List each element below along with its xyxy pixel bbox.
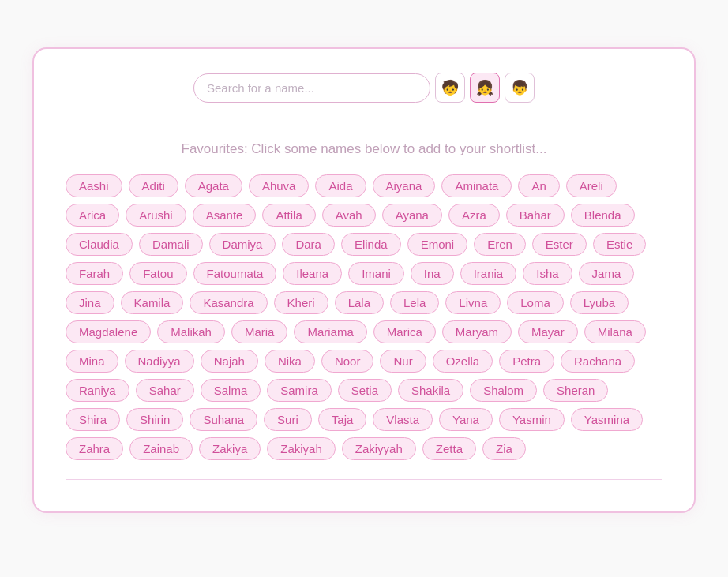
gender-neutral-icon-btn[interactable]: 🧒 (435, 73, 465, 103)
name-tag[interactable]: Isha (523, 262, 572, 285)
name-tag[interactable]: Yasmina (571, 408, 643, 431)
name-tag[interactable]: Yasmin (499, 408, 565, 431)
name-tag[interactable]: Magdalene (66, 320, 151, 343)
name-tag[interactable]: Mariama (294, 320, 366, 343)
name-tag[interactable]: Shirin (126, 408, 183, 431)
name-tag[interactable]: Lala (335, 291, 384, 314)
name-tag[interactable]: Attila (262, 204, 315, 227)
name-tag[interactable]: Suri (264, 408, 312, 431)
name-tag[interactable]: Nur (380, 350, 426, 373)
name-tag[interactable]: Jama (579, 262, 635, 285)
name-tag[interactable]: Aminata (441, 174, 512, 197)
name-tag[interactable]: Setia (338, 379, 392, 402)
name-tag[interactable]: Damiya (209, 233, 276, 256)
name-tag[interactable]: Zakiyah (267, 437, 336, 460)
name-tag[interactable]: Avah (322, 204, 376, 227)
name-tag[interactable]: Emoni (407, 233, 468, 256)
name-tag[interactable]: Salma (201, 379, 261, 402)
name-tag[interactable]: Milana (584, 320, 646, 343)
name-tag[interactable]: Sahar (136, 379, 194, 402)
name-tag[interactable]: Nadiyya (125, 350, 194, 373)
name-tag[interactable]: Kheri (274, 291, 328, 314)
name-tag[interactable]: Arica (66, 204, 119, 227)
name-tag[interactable]: Maryam (442, 320, 512, 343)
name-tag[interactable]: Noor (321, 350, 374, 373)
name-tag[interactable]: Shira (66, 408, 120, 431)
name-tag[interactable]: Farah (66, 262, 123, 285)
name-tag[interactable]: Zainab (129, 437, 193, 460)
name-tag[interactable]: Dara (282, 233, 335, 256)
name-tag[interactable]: Irania (460, 262, 517, 285)
name-tag[interactable]: Zakiya (199, 437, 261, 460)
name-tag[interactable]: Fatou (129, 262, 186, 285)
name-tag[interactable]: Livna (445, 291, 501, 314)
name-tag[interactable]: Najah (201, 350, 258, 373)
name-tag[interactable]: Aida (315, 174, 366, 197)
name-tag[interactable]: Jina (66, 291, 114, 314)
name-tag[interactable]: Shakila (398, 379, 463, 402)
name-tag[interactable]: Vlasta (373, 408, 433, 431)
name-tag[interactable]: Petra (499, 350, 554, 373)
name-tag[interactable]: Lyuba (570, 291, 629, 314)
girl-icon-btn[interactable]: 👧 (470, 73, 500, 103)
boy-icon-btn[interactable]: 👦 (505, 73, 535, 103)
name-tag[interactable]: Agata (185, 174, 242, 197)
main-card: 🧒 👧 👦 Favourites: Click some names below… (32, 47, 696, 513)
name-tag[interactable]: Estie (593, 233, 646, 256)
name-tag[interactable]: Ileana (283, 262, 342, 285)
name-tag[interactable]: Kamila (121, 291, 184, 314)
name-tag[interactable]: Zetta (422, 437, 476, 460)
name-tag[interactable]: Bahar (506, 204, 565, 227)
name-tag[interactable]: Rachana (561, 350, 635, 373)
name-tag[interactable]: Raniya (66, 379, 129, 402)
name-tag[interactable]: Ester (532, 233, 587, 256)
favourites-text: Favourites: Click some names below to ad… (66, 141, 662, 157)
search-row: 🧒 👧 👦 (66, 73, 662, 103)
name-tag[interactable]: Nika (265, 350, 315, 373)
name-tag[interactable]: Arushi (126, 204, 186, 227)
name-tag[interactable]: Zia (482, 437, 526, 460)
name-tag[interactable]: Ozella (433, 350, 493, 373)
name-tag[interactable]: Asante (193, 204, 257, 227)
search-input[interactable] (193, 73, 430, 103)
top-divider (66, 122, 662, 122)
name-tag[interactable]: Kasandra (190, 291, 267, 314)
name-tag[interactable]: Aditi (129, 174, 178, 197)
name-tag[interactable]: Aashi (66, 174, 122, 197)
name-tag[interactable]: Malikah (157, 320, 225, 343)
name-tag[interactable]: Sheran (543, 379, 608, 402)
name-tag[interactable]: Mina (66, 350, 118, 373)
name-tag[interactable]: Loma (507, 291, 564, 314)
name-tag[interactable]: Zahra (66, 437, 123, 460)
name-tag[interactable]: An (518, 174, 559, 197)
name-tag[interactable]: Lela (390, 291, 439, 314)
name-tag[interactable]: Azra (448, 204, 500, 227)
name-tag[interactable]: Ayana (382, 204, 442, 227)
names-container: AashiAditiAgataAhuvaAidaAiyanaAminataAnA… (66, 174, 662, 460)
name-tag[interactable]: Yana (439, 408, 493, 431)
name-tag[interactable]: Blenda (571, 204, 635, 227)
name-tag[interactable]: Ahuva (249, 174, 310, 197)
name-tag[interactable]: Maria (231, 320, 288, 343)
name-tag[interactable]: Mayar (518, 320, 578, 343)
name-tag[interactable]: Elinda (341, 233, 401, 256)
name-tag[interactable]: Shalom (470, 379, 537, 402)
name-tag[interactable]: Ina (411, 262, 454, 285)
name-tag[interactable]: Fatoumata (193, 262, 277, 285)
name-tag[interactable]: Suhana (190, 408, 257, 431)
name-tag[interactable]: Aiyana (373, 174, 436, 197)
name-tag[interactable]: Claudia (66, 233, 133, 256)
name-tag[interactable]: Samira (267, 379, 332, 402)
bottom-divider (66, 479, 662, 480)
name-tag[interactable]: Areli (566, 174, 617, 197)
name-tag[interactable]: Zakiyyah (342, 437, 416, 460)
name-tag[interactable]: Marica (373, 320, 436, 343)
name-tag[interactable]: Damali (139, 233, 203, 256)
name-tag[interactable]: Imani (348, 262, 404, 285)
name-tag[interactable]: Taja (318, 408, 367, 431)
name-tag[interactable]: Eren (474, 233, 526, 256)
